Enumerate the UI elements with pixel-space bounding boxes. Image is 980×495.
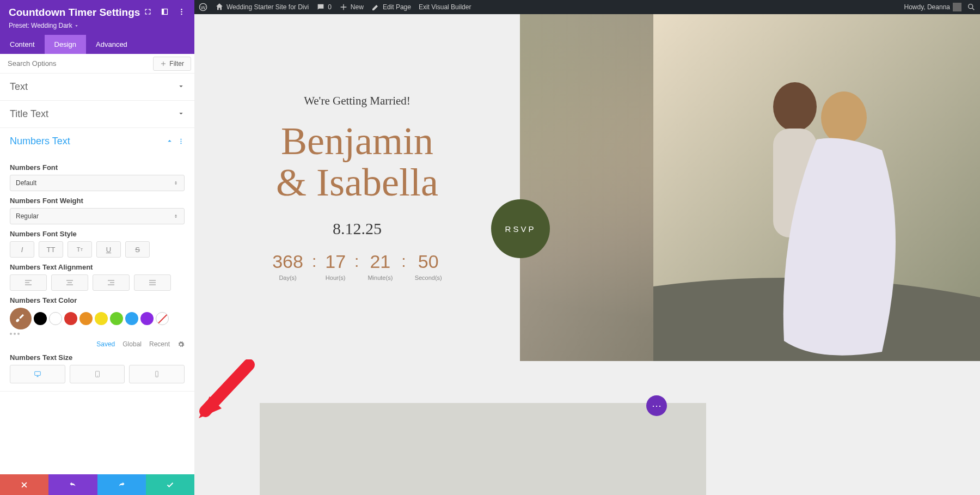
numbers-size-label: Numbers Text Size <box>10 353 185 362</box>
cd-sep: : <box>401 251 406 271</box>
align-center-button[interactable] <box>51 274 88 291</box>
numbers-style-label: Numbers Font Style <box>10 230 185 238</box>
svg-point-5 <box>181 11 182 13</box>
cd-minutes: 21 Minute(s) <box>367 251 393 281</box>
section-title-text-header[interactable]: Title Text <box>0 101 194 127</box>
numbers-font-label: Numbers Font <box>10 163 185 172</box>
exit-vb-link[interactable]: Exit Visual Builder <box>419 3 471 11</box>
color-picker-swatch[interactable] <box>10 308 32 329</box>
color-orange[interactable] <box>79 312 93 325</box>
module-title: Countdown Timer Settings <box>9 7 140 19</box>
strikethrough-button[interactable]: S <box>125 241 150 258</box>
cd-minutes-label: Minute(s) <box>367 274 393 281</box>
section-text: Text <box>0 74 194 101</box>
color-source-tabs: Saved Global Recent <box>10 340 185 348</box>
font-style-buttons: I TT TT U S <box>10 241 185 258</box>
more-icon[interactable] <box>177 8 186 18</box>
section-more-icon[interactable] <box>177 138 185 145</box>
countdown-timer[interactable]: 368 Day(s) : 17 Hour(s) : 21 Minute(s) :… <box>272 251 442 281</box>
chevron-up-icon <box>166 137 173 146</box>
svg-rect-3 <box>162 9 164 14</box>
section-numbers-content: Numbers Font Default Numbers Font Weight… <box>0 155 194 391</box>
hero-section: We're Getting Married! Benjamin & Isabel… <box>194 14 980 361</box>
dock-icon[interactable] <box>161 8 169 18</box>
color-green[interactable] <box>110 312 123 325</box>
phone-tab[interactable] <box>129 365 185 383</box>
divi-fab-button[interactable]: ⋯ <box>646 395 667 416</box>
color-tab-recent[interactable]: Recent <box>149 340 170 348</box>
color-blue[interactable] <box>125 312 138 325</box>
more-colors-indicator[interactable] <box>10 333 185 335</box>
redo-button[interactable] <box>97 474 146 495</box>
cd-days: 368 Day(s) <box>272 251 303 281</box>
gear-icon[interactable] <box>177 341 185 348</box>
color-none[interactable] <box>156 312 169 325</box>
page-preview: We're Getting Married! Benjamin & Isabel… <box>194 14 980 495</box>
tab-content[interactable]: Content <box>0 35 45 54</box>
section-numbers-text-header[interactable]: Numbers Text <box>0 128 194 155</box>
section-text-header[interactable]: Text <box>0 74 194 100</box>
new-link[interactable]: New <box>339 3 364 11</box>
wp-logo-icon[interactable] <box>199 3 207 11</box>
tab-design[interactable]: Design <box>45 35 86 54</box>
settings-tabs: Content Design Advanced <box>0 35 194 54</box>
preset-selector[interactable]: Preset: Wedding Dark <box>9 22 186 29</box>
cd-hours-value: 17 <box>325 251 346 272</box>
svg-point-9 <box>180 143 181 144</box>
preset-prefix: Preset: <box>9 22 29 29</box>
settings-body[interactable]: Text Title Text Numbers Text Numbers Fon… <box>0 74 194 474</box>
section-label: Title Text <box>10 108 48 120</box>
rsvp-button[interactable]: RSVP <box>491 199 550 258</box>
new-label: New <box>351 3 364 11</box>
sidebar-actions <box>0 474 194 495</box>
uppercase-button[interactable]: TT <box>39 241 63 258</box>
color-tab-global[interactable]: Global <box>122 340 142 348</box>
cd-seconds-value: 50 <box>415 251 442 272</box>
avatar <box>953 3 961 11</box>
comments-link[interactable]: 0 <box>316 3 332 11</box>
color-yellow[interactable] <box>95 312 108 325</box>
sidebar-header: Countdown Timer Settings Preset: Wedding… <box>0 0 194 35</box>
color-black[interactable] <box>34 312 47 325</box>
svg-point-8 <box>180 140 181 142</box>
site-name: Wedding Starter Site for Divi <box>226 3 309 11</box>
tab-advanced[interactable]: Advanced <box>86 35 137 54</box>
hero-supertitle: We're Getting Married! <box>304 94 411 108</box>
numbers-font-select[interactable]: Default <box>10 175 185 191</box>
search-input[interactable] <box>0 54 153 73</box>
undo-button[interactable] <box>48 474 97 495</box>
color-red[interactable] <box>64 312 77 325</box>
align-left-button[interactable] <box>10 274 47 291</box>
align-justify-button[interactable] <box>134 274 171 291</box>
site-link[interactable]: Wedding Starter Site for Divi <box>215 3 309 11</box>
cancel-button[interactable] <box>0 474 48 495</box>
color-white[interactable] <box>49 312 62 325</box>
search-icon[interactable] <box>967 3 976 11</box>
smallcaps-button[interactable]: TT <box>68 241 92 258</box>
save-button[interactable] <box>146 474 194 495</box>
map-section <box>260 403 706 495</box>
howdy-link[interactable]: Howdy, Deanna <box>904 3 962 11</box>
numbers-weight-select[interactable]: Regular <box>10 208 185 224</box>
comments-count: 0 <box>328 3 332 11</box>
desktop-tab[interactable] <box>10 365 65 383</box>
italic-button[interactable]: I <box>10 241 34 258</box>
svg-rect-10 <box>35 371 41 375</box>
section-label: Numbers Text <box>10 136 70 147</box>
align-right-button[interactable] <box>93 274 130 291</box>
section-title-text: Title Text <box>0 101 194 128</box>
expand-icon[interactable] <box>144 8 152 18</box>
edit-page-link[interactable]: Edit Page <box>371 3 411 11</box>
cd-days-value: 368 <box>272 251 303 272</box>
color-swatches <box>10 308 185 329</box>
chevron-down-icon <box>177 109 185 119</box>
underline-button[interactable]: U <box>96 241 121 258</box>
tablet-tab[interactable] <box>70 365 125 383</box>
color-purple[interactable] <box>140 312 154 325</box>
text-align-buttons <box>10 274 185 291</box>
color-tab-saved[interactable]: Saved <box>96 340 115 348</box>
hero-date: 8.12.25 <box>333 219 382 238</box>
select-value: Default <box>16 179 36 187</box>
filter-button[interactable]: Filter <box>153 57 191 71</box>
cd-sep: : <box>312 251 316 271</box>
